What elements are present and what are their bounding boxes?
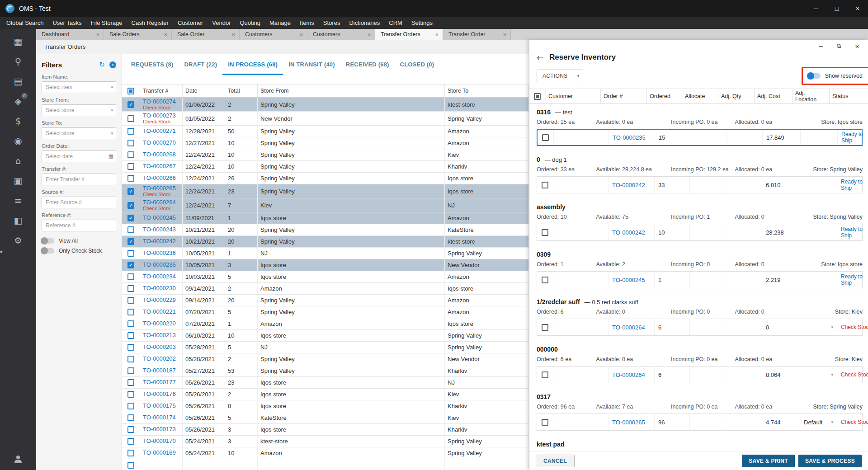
reference-number-filter[interactable]: Reference # ▾ ▦ (42, 220, 116, 231)
column-header[interactable]: Transfer # (140, 85, 183, 97)
adj-location-select[interactable]: ▾ (800, 177, 837, 193)
column-header[interactable]: Store From (258, 85, 445, 97)
table-row[interactable]: TO-0000273 Check Stock 01/05/2022 2 New … (122, 112, 529, 126)
table-row[interactable]: TO-0000177 Check Stock 05/26/2021 23 Iqo… (122, 377, 529, 389)
app-tab[interactable]: Dashboard × (36, 29, 104, 40)
tab-close-icon[interactable]: × (96, 31, 99, 38)
transfer-link[interactable]: TO-0000202 (143, 356, 176, 362)
row-checkbox[interactable] (127, 391, 134, 398)
row-checkbox[interactable] (127, 356, 134, 362)
order-link[interactable]: TO-0000242 (612, 182, 645, 188)
adj-location-select[interactable]: Default ▾ (800, 414, 837, 430)
row-checkbox[interactable] (127, 163, 134, 170)
row-checkbox[interactable] (542, 371, 548, 378)
column-header[interactable]: Total (225, 85, 258, 97)
table-row[interactable]: TO-0000265 Check Stock 12/24/2021 23 Spr… (122, 184, 529, 198)
table-row[interactable]: TO-0000266 Check Stock 12/24/2021 26 Spr… (122, 173, 529, 184)
files-icon[interactable]: ▤ (7, 71, 29, 91)
transfer-link[interactable]: TO-0000234 (143, 273, 176, 280)
transfer-link[interactable]: TO-0000268 (143, 151, 176, 158)
menu-item[interactable]: Customer (173, 19, 208, 26)
menu-item[interactable]: Stores (319, 19, 345, 26)
table-row[interactable]: TO-0000271 Check Stock 12/28/2021 50 Spr… (122, 126, 529, 137)
transfer-link[interactable]: TO-0000175 (143, 403, 176, 409)
column-header[interactable]: Customer (546, 89, 601, 104)
transfer-link[interactable]: TO-0000230 (143, 285, 176, 291)
transfer-link[interactable]: TO-0000266 (143, 175, 176, 181)
column-header[interactable]: Order # (601, 89, 647, 104)
table-row[interactable]: TO-0000245 Check Stock 11/09/2021 1 Iqos… (122, 212, 529, 224)
row-checkbox[interactable] (127, 151, 134, 158)
inventory-row[interactable]: TO-0000235 15 17.849 ▾ Ready to Ship (537, 129, 863, 146)
stores-icon[interactable]: ⌂ (7, 151, 29, 171)
row-checkbox[interactable] (127, 250, 134, 257)
transfer-link[interactable]: TO-0000221 (143, 309, 176, 315)
table-row[interactable]: TO-0000174 Check Stock 05/26/2021 5 Kate… (122, 412, 529, 424)
menu-item[interactable]: User Tasks (48, 19, 86, 26)
table-row[interactable]: TO-0000203 Check Stock 05/28/2021 5 NJ S… (122, 342, 529, 353)
table-row[interactable]: TO-0000213 Check Stock 06/10/2021 10 Iqo… (122, 330, 529, 342)
search-icon[interactable]: ⚲ (7, 52, 29, 71)
row-checkbox[interactable] (127, 273, 134, 280)
tab-close-icon[interactable]: × (231, 31, 235, 38)
menu-item[interactable]: Items (295, 19, 319, 26)
app-minimize-button[interactable]: ─ (806, 0, 826, 17)
row-checkbox[interactable] (542, 134, 549, 141)
inventory-row[interactable]: TO-0000245 1 2.219 ▾ Ready to Ship (537, 271, 863, 288)
dashboard-icon[interactable]: ▦ (7, 32, 29, 52)
table-row-partial[interactable] (122, 459, 529, 470)
app-maximize-button[interactable]: □ (826, 0, 847, 17)
store-from-filter[interactable]: Select store ▾ ▦ (42, 104, 116, 116)
tags-icon[interactable]: ◧ (7, 211, 29, 230)
back-button[interactable]: ← (537, 52, 544, 62)
transfer-link[interactable]: TO-0000229 (143, 297, 176, 303)
transfer-link[interactable]: TO-0000170 (143, 438, 176, 444)
transfer-link[interactable]: TO-0000242 (143, 238, 176, 244)
table-row[interactable]: TO-0000236 Check Stock 10/05/2021 1 NJ S… (122, 248, 529, 259)
expand-arrow-icon[interactable]: ▸ (0, 249, 3, 254)
window-minimize-button[interactable]: ─ (812, 41, 830, 52)
app-tab[interactable]: Transfer Order × (443, 29, 511, 40)
table-row[interactable]: TO-0000170 Check Stock 05/24/2021 3 ktes… (122, 436, 529, 447)
window-restore-button[interactable]: ⧉ (830, 41, 848, 52)
tab-close-icon[interactable]: × (367, 31, 371, 38)
column-header[interactable]: Allocate (682, 89, 718, 104)
tasks-icon[interactable]: ≡ (7, 191, 29, 211)
store-to-filter[interactable]: Select store ▾ ▦ (42, 127, 116, 139)
transfer-link[interactable]: TO-0000267 (143, 163, 176, 169)
row-checkbox[interactable] (127, 320, 134, 327)
select-all-checkbox[interactable] (127, 88, 134, 94)
transfer-link[interactable]: TO-0000203 (143, 344, 176, 350)
table-row[interactable]: TO-0000173 Check Stock 05/26/2021 3 Iqos… (122, 424, 529, 436)
transfer-link[interactable]: TO-0000273 (143, 113, 176, 119)
row-checkbox[interactable] (542, 277, 548, 283)
column-header[interactable]: Status (830, 89, 868, 104)
transfer-link[interactable]: TO-0000245 (143, 215, 176, 221)
column-header[interactable]: Adj. Qty (718, 89, 755, 104)
transfer-link[interactable]: TO-0000243 (143, 226, 176, 233)
transfer-link[interactable]: TO-0000213 (143, 332, 176, 338)
actions-button[interactable]: ACTIONS ▾ (537, 70, 583, 82)
adj-location-select[interactable]: ▾ (800, 272, 837, 288)
inventory-row[interactable]: TO-0000242 33 6.810 ▾ Ready to Ship (537, 176, 863, 193)
show-reserved-toggle[interactable] (808, 73, 821, 79)
row-checkbox[interactable] (127, 309, 134, 315)
tab-requests[interactable]: REQUESTS (8) (126, 55, 179, 75)
order-link[interactable]: TO-0000242 (612, 229, 645, 236)
settings-icon[interactable]: ⚙ (7, 230, 29, 250)
table-row[interactable]: TO-0000175 Check Stock 05/26/2021 8 Iqos… (122, 400, 529, 412)
column-header[interactable]: Ordered (647, 89, 682, 104)
table-row[interactable]: TO-0000264 Check Stock 12/24/2021 7 Kiev… (122, 198, 529, 212)
app-tab[interactable]: Customers × (307, 29, 375, 40)
table-row[interactable]: TO-0000220 Check Stock 07/20/2021 1 Amaz… (122, 318, 529, 330)
transfer-link[interactable]: TO-0000176 (143, 391, 176, 397)
row-checkbox[interactable] (127, 367, 134, 374)
transfer-number-filter[interactable]: Enter Transfer # ▾ ▦ (42, 174, 116, 185)
row-checkbox[interactable] (127, 202, 134, 209)
deals-icon[interactable]: ◈ 0 (7, 91, 29, 111)
row-checkbox[interactable] (127, 140, 134, 146)
menu-item[interactable]: File Storage (86, 19, 127, 26)
transfer-link[interactable]: TO-0000177 (143, 379, 176, 385)
menu-item[interactable]: Global Search (2, 19, 48, 26)
order-date-filter[interactable]: Select date ▾ ▦ (42, 150, 116, 162)
